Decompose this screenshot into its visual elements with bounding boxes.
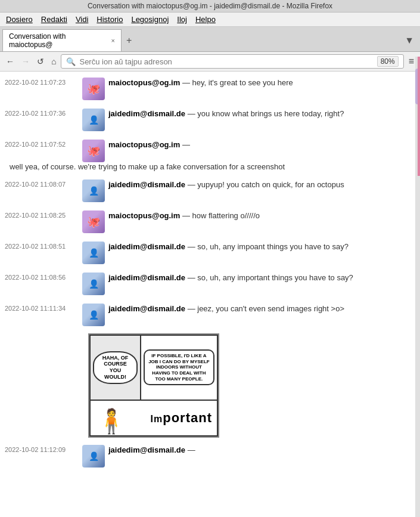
title-bar: Conversation with maioctopus@og.im - jai… xyxy=(0,0,420,13)
search-icon: 🔍 xyxy=(66,57,76,66)
menu-historio[interactable]: Historio xyxy=(93,14,126,25)
sender-name: maioctopus@og.im xyxy=(108,211,180,220)
nav-bar: ← → ↺ ⌂ 🔍 80% ≡ xyxy=(0,52,420,72)
menu-iloj[interactable]: Iloj xyxy=(173,14,191,25)
avatar: 👤 xyxy=(82,109,105,131)
avatar: 🐙 xyxy=(82,210,105,233)
address-bar[interactable]: 🔍 80% xyxy=(61,54,403,69)
tab-dropdown-button[interactable]: ▼ xyxy=(401,34,418,47)
avatar: 👤 xyxy=(82,242,105,264)
chat-area: 2022-10-02 11:07:23 🐙 maioctopus@og.im —… xyxy=(0,72,420,477)
forward-button[interactable]: → xyxy=(19,55,32,67)
reload-button[interactable]: ↺ xyxy=(35,55,46,67)
zoom-badge[interactable]: 80% xyxy=(377,56,399,67)
message-timestamp: 2022-10-02 11:07:23 xyxy=(5,78,82,86)
message-content: maioctopus@og.im — xyxy=(108,140,415,150)
message-row: 2022-10-02 11:08:56 👤 jaidedim@dismail.d… xyxy=(5,270,415,298)
sender-name: jaidedim@dismail.de xyxy=(108,242,185,251)
manga-image: HAHA, OF COURSE YOU WOULD! IF POSSIBLE, … xyxy=(88,333,219,438)
manga-panel: HAHA, OF COURSE YOU WOULD! IF POSSIBLE, … xyxy=(89,335,218,436)
manga-left-panel: HAHA, OF COURSE YOU WOULD! xyxy=(91,336,141,400)
message-timestamp: 2022-10-02 11:07:36 xyxy=(5,109,82,117)
message-timestamp: 2022-10-02 11:08:51 xyxy=(5,242,82,250)
sender-name: maioctopus@og.im xyxy=(108,140,180,149)
message-text: — hey, it's great to see you here xyxy=(182,78,293,87)
message-timestamp: 2022-10-02 11:08:25 xyxy=(5,210,82,219)
manga-bottom-text: Important xyxy=(151,410,212,426)
message-content: jaidedim@dismail.de — you know what brin… xyxy=(108,109,415,119)
message-row: 2022-10-02 11:08:51 👤 jaidedim@dismail.d… xyxy=(5,239,415,267)
message-timestamp: 2022-10-02 11:08:56 xyxy=(5,273,82,281)
message-content: maioctopus@og.im — how flattering o/////… xyxy=(108,210,415,221)
message-row: 2022-10-02 11:08:25 🐙 maioctopus@og.im —… xyxy=(5,208,415,236)
message-timestamp: 2022-10-02 11:07:52 xyxy=(5,140,82,148)
message-content: jaidedim@dismail.de — so, uh, any import… xyxy=(108,273,415,283)
menu-bar: Dosiero Redakti Vidi Historio Legosignoj… xyxy=(0,13,420,27)
active-tab[interactable]: Conversation with maioctopus@ × xyxy=(2,29,122,51)
message-text: — so, uh, any important things you have … xyxy=(188,273,353,282)
message-content: jaidedim@dismail.de — jeez, you can't ev… xyxy=(108,304,415,314)
avatar: 🐙 xyxy=(82,78,105,100)
message-content: jaidedim@dismail.de — so, uh, any impoan… xyxy=(108,242,415,252)
message-content: jaidedim@dismail.de — yupyup! you catch … xyxy=(108,179,415,190)
continuation-text: well yea, of course. we're trying to mak… xyxy=(5,162,415,171)
sender-name: jaidedim@dismail.de xyxy=(108,304,185,313)
menu-redakti[interactable]: Redakti xyxy=(38,14,71,25)
back-button[interactable]: ← xyxy=(4,55,17,67)
tab-label: Conversation with maioctopus@ xyxy=(9,32,108,49)
manga-panel-top: HAHA, OF COURSE YOU WOULD! IF POSSIBLE, … xyxy=(91,336,217,401)
menu-helpo[interactable]: Helpo xyxy=(192,14,219,25)
message-row: 2022-10-02 11:11:34 👤 jaidedim@dismail.d… xyxy=(5,301,415,329)
menu-dosiero[interactable]: Dosiero xyxy=(2,14,36,25)
sender-name: jaidedim@dismail.de xyxy=(108,109,185,118)
manga-right-panel: IF POSSIBLE, I'D LIKE A JOB I CAN DO BY … xyxy=(141,336,217,400)
sender-name: maioctopus@og.im xyxy=(108,78,180,87)
tab-close-button[interactable]: × xyxy=(111,37,115,44)
message-text: — so, uh, any impoant things you have to… xyxy=(188,242,349,251)
avatar: 🐙 xyxy=(82,140,105,162)
message-timestamp: 2022-10-02 11:11:34 xyxy=(5,304,82,312)
message-row: 2022-10-02 11:07:23 🐙 maioctopus@og.im —… xyxy=(5,75,415,103)
new-tab-button[interactable]: + xyxy=(122,34,136,47)
sender-name: jaidedim@dismail.de xyxy=(108,180,185,189)
message-text: — you know what brings us here today, ri… xyxy=(188,109,344,118)
sender-name: jaidedim@dismail.de xyxy=(108,445,185,454)
message-row: 2022-10-02 11:07:52 🐙 maioctopus@og.im —… xyxy=(5,137,415,174)
message-content: maioctopus@og.im — hey, it's great to se… xyxy=(108,78,415,88)
manga-panel-bottom: 🧍 Important xyxy=(91,401,217,435)
avatar: 👤 xyxy=(82,445,105,468)
manga-speech-bubble-right: IF POSSIBLE, I'D LIKE A JOB I CAN DO BY … xyxy=(144,349,214,385)
pink-side-accent xyxy=(418,57,420,176)
avatar: 👤 xyxy=(82,179,105,202)
message-timestamp: 2022-10-02 11:12:09 xyxy=(5,445,82,453)
manga-character: 🧍 xyxy=(97,407,126,435)
menu-legosignoj[interactable]: Legosignoj xyxy=(127,14,172,25)
message-text: — xyxy=(182,140,190,149)
message-row: 2022-10-02 11:08:07 👤 jaidedim@dismail.d… xyxy=(5,177,415,205)
message-timestamp: 2022-10-02 11:08:07 xyxy=(5,179,82,188)
menu-vidi[interactable]: Vidi xyxy=(72,14,92,25)
tab-bar: Conversation with maioctopus@ × + ▼ xyxy=(0,27,420,52)
home-button[interactable]: ⌂ xyxy=(49,55,58,67)
title-text: Conversation with maioctopus@og.im - jai… xyxy=(88,2,332,10)
avatar: 👤 xyxy=(82,304,105,326)
avatar: 👤 xyxy=(82,273,105,295)
message-text: — jeez, you can't even send images right… xyxy=(188,304,344,313)
message-text: — yupyup! you catch on quick, for an oct… xyxy=(188,180,344,189)
message-row: 2022-10-02 11:12:09 👤 jaidedim@dismail.d… xyxy=(5,442,415,470)
manga-speech-bubble-left: HAHA, OF COURSE YOU WOULD! xyxy=(93,351,138,384)
message-text: — how flattering o/////o xyxy=(182,211,260,220)
sender-name: jaidedim@dismail.de xyxy=(108,273,185,282)
message-text: — xyxy=(188,445,195,454)
message-row: 2022-10-02 11:07:36 👤 jaidedim@dismail.d… xyxy=(5,106,415,134)
address-input[interactable] xyxy=(79,57,373,66)
message-content: jaidedim@dismail.de — xyxy=(108,445,415,456)
